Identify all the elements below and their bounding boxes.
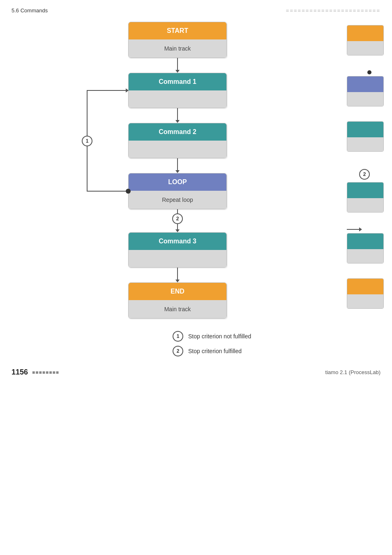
connector-4 bbox=[175, 268, 180, 282]
cmd2-header: Command 2 bbox=[129, 123, 226, 141]
cmd1-header: Command 1 bbox=[129, 73, 226, 90]
end-body-text: Main track bbox=[164, 306, 191, 312]
badge-line-bottom bbox=[177, 224, 178, 229]
cmd2-header-text: Command 2 bbox=[159, 128, 196, 135]
right-partial-cmd-blue-body bbox=[347, 92, 383, 106]
right-dot bbox=[367, 70, 371, 74]
loop-header-text: LOOP bbox=[168, 178, 187, 185]
legend-circle-2: 2 bbox=[173, 346, 183, 356]
right-partial-end-body bbox=[347, 294, 383, 308]
badge-1-circle: 1 bbox=[82, 136, 92, 146]
right-partial-cmd-teal-3 bbox=[347, 233, 384, 264]
right-partial-cmd-teal-1-body bbox=[347, 137, 383, 151]
badge-arrowhead bbox=[175, 229, 180, 232]
loop-header: LOOP bbox=[129, 173, 226, 191]
cmd3-body bbox=[129, 250, 226, 267]
line-1 bbox=[177, 58, 178, 70]
connector-1 bbox=[175, 58, 180, 73]
right-partial-cmd-teal-2 bbox=[347, 182, 384, 213]
legend-item-1: 1 Stop criterion not fulfilled bbox=[173, 331, 392, 342]
end-block: END Main track bbox=[128, 282, 227, 319]
page-header: 5.6 Commands ======================== bbox=[0, 0, 392, 14]
right-arrow-in bbox=[347, 227, 362, 231]
right-partial-start bbox=[347, 25, 384, 56]
legend-text-2: Stop criterion fulfilled bbox=[188, 348, 242, 354]
loop-body-text: Repeat loop bbox=[162, 197, 193, 203]
footer-page-dots: ■■■■■■■■ bbox=[32, 370, 59, 375]
legend-circle-1: 1 bbox=[173, 331, 183, 342]
right-partial-cmd-teal-3-header bbox=[347, 234, 383, 249]
right-partial-cmd-blue bbox=[347, 76, 384, 106]
right-partial-cmd-blue-header bbox=[347, 76, 383, 92]
right-partial-cmd-teal-3-body bbox=[347, 249, 383, 263]
right-partial-diagram: 2 bbox=[347, 22, 392, 319]
arrowhead-3 bbox=[175, 170, 180, 173]
loop-body: Repeat loop bbox=[129, 191, 226, 209]
end-header-text: END bbox=[171, 288, 184, 295]
right-badge-2: 2 bbox=[359, 169, 370, 180]
right-arrowhead bbox=[359, 227, 362, 231]
right-partial-cmd-teal-1-header bbox=[347, 122, 383, 137]
feedback-arrowhead bbox=[126, 88, 129, 92]
connector-badge-2: 2 bbox=[172, 209, 183, 232]
right-partial-end bbox=[347, 278, 384, 309]
arrowhead-4 bbox=[175, 280, 180, 282]
cmd1-block: Command 1 bbox=[128, 73, 227, 108]
start-body-text: Main track bbox=[164, 45, 191, 52]
arrowhead-2 bbox=[175, 120, 180, 123]
start-header: START bbox=[129, 22, 226, 39]
badge-line-top bbox=[177, 209, 178, 213]
right-partial-cmd-teal-1 bbox=[347, 121, 384, 152]
right-partial-end-header bbox=[347, 279, 383, 294]
cmd1-header-text: Command 1 bbox=[159, 78, 196, 85]
start-body: Main track bbox=[129, 39, 226, 58]
line-4 bbox=[177, 268, 178, 280]
page-number: 1156 bbox=[12, 368, 28, 377]
end-body: Main track bbox=[129, 300, 226, 318]
right-partial-cmd-teal-2-body bbox=[347, 198, 383, 212]
connector-3 bbox=[175, 158, 180, 173]
cmd3-block: Command 3 bbox=[128, 232, 227, 268]
main-diagram: START Main track Command 1 bbox=[54, 22, 301, 319]
header-dots: ======================== bbox=[286, 7, 380, 14]
badge-2-circle: 2 bbox=[172, 213, 183, 224]
legend-text-1: Stop criterion not fulfilled bbox=[188, 333, 251, 340]
loop-dot bbox=[126, 189, 131, 194]
cmd3-header: Command 3 bbox=[129, 233, 226, 250]
blocks-column: START Main track Command 1 bbox=[54, 22, 301, 319]
footer-app-name: tiamo 2.1 (ProcessLab) bbox=[325, 369, 380, 375]
right-dot-area bbox=[367, 70, 371, 74]
cmd2-body bbox=[129, 141, 226, 158]
line-2 bbox=[177, 108, 178, 120]
connector-2 bbox=[175, 108, 180, 123]
feedback-arrow-in bbox=[108, 88, 129, 92]
cmd1-body bbox=[129, 90, 226, 108]
line-3 bbox=[177, 158, 178, 170]
right-arrow-line bbox=[347, 229, 359, 230]
header-section-label: 5.6 Commands bbox=[12, 7, 48, 14]
cmd2-block: Command 2 bbox=[128, 123, 227, 158]
page-footer: 1156 ■■■■■■■■ tiamo 2.1 (ProcessLab) bbox=[0, 365, 392, 380]
feedback-line-h bbox=[108, 90, 126, 91]
legend-item-2: 2 Stop criterion fulfilled bbox=[173, 346, 392, 356]
cmd3-header-text: Command 3 bbox=[159, 238, 196, 245]
arrowhead-1 bbox=[175, 70, 180, 73]
legend: 1 Stop criterion not fulfilled 2 Stop cr… bbox=[173, 331, 392, 356]
loop-block: LOOP Repeat loop bbox=[128, 173, 227, 209]
loop-wrapper: LOOP Repeat loop bbox=[128, 173, 227, 209]
start-header-text: START bbox=[167, 27, 188, 34]
right-partial-cmd-teal-2-header bbox=[347, 183, 383, 198]
cmd1-wrapper: Command 1 bbox=[128, 73, 227, 108]
footer-left: 1156 ■■■■■■■■ bbox=[12, 368, 59, 377]
start-block: START Main track bbox=[128, 22, 227, 58]
right-partial-start-body bbox=[347, 41, 383, 55]
end-header: END bbox=[129, 283, 226, 300]
right-partial-start-header bbox=[347, 25, 383, 41]
